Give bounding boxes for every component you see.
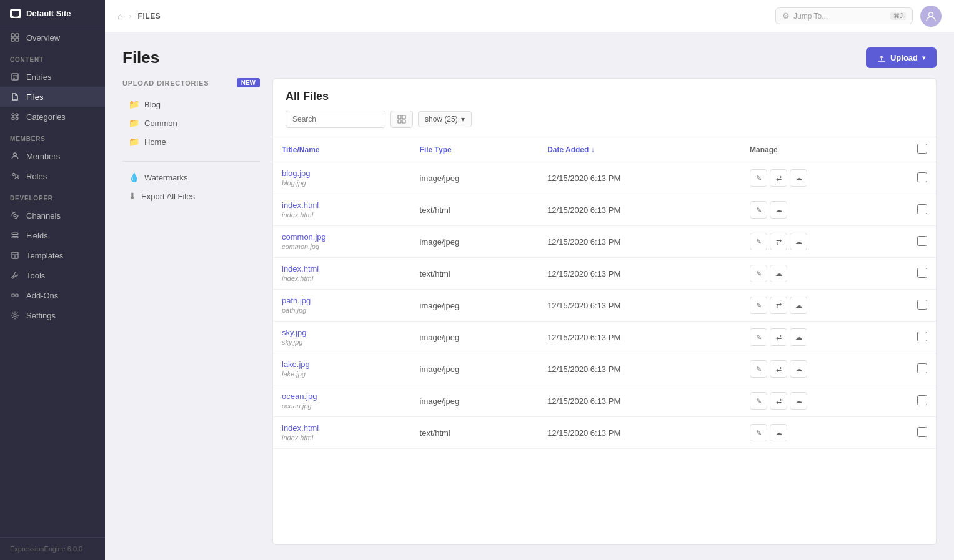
- show-label: show (25): [425, 115, 458, 124]
- show-count-select[interactable]: show (25) ▾: [418, 111, 472, 127]
- files-label: Files: [26, 92, 43, 102]
- watermarks-label: Watermarks: [144, 173, 188, 182]
- file-date: 12/15/2020 6:13 PM: [539, 322, 741, 353]
- file-name-link[interactable]: common.jpg: [282, 232, 402, 242]
- sidebar-item-tools[interactable]: Tools: [0, 265, 105, 285]
- download-button[interactable]: ☁: [790, 297, 807, 314]
- files-layout: UPLOAD DIRECTORIES NEW 📁 Blog 📁 Common 📁: [122, 78, 937, 545]
- sidebar-item-overview[interactable]: Overview: [0, 27, 105, 47]
- svg-rect-5: [11, 38, 14, 41]
- edit-button[interactable]: ✎: [750, 233, 767, 250]
- row-select-checkbox[interactable]: [917, 363, 927, 373]
- download-button[interactable]: ☁: [790, 360, 807, 378]
- transform-button[interactable]: ⇄: [770, 233, 787, 250]
- edit-button[interactable]: ✎: [750, 392, 767, 410]
- version-label: ExpressionEngine 6.0.0: [10, 545, 82, 553]
- row-select-checkbox[interactable]: [917, 332, 927, 341]
- edit-button[interactable]: ✎: [750, 424, 767, 441]
- file-name-sub: index.html: [282, 275, 313, 282]
- watermarks-icon: 💧: [129, 172, 139, 182]
- transform-button[interactable]: ⇄: [770, 169, 787, 187]
- dir-item-common[interactable]: 📁 Common: [122, 114, 260, 132]
- entries-icon: [10, 72, 20, 82]
- search-input[interactable]: [286, 111, 385, 128]
- transform-button[interactable]: ⇄: [770, 392, 787, 410]
- sidebar-item-addons[interactable]: Add-Ons: [0, 285, 105, 305]
- row-select-checkbox[interactable]: [917, 268, 927, 278]
- file-name-sub: common.jpg: [282, 243, 319, 250]
- download-button[interactable]: ☁: [790, 328, 807, 346]
- file-name-link[interactable]: index.html: [282, 200, 402, 210]
- page-header: Files Upload ▾: [122, 47, 937, 68]
- transform-button[interactable]: ⇄: [770, 328, 787, 346]
- sidebar-item-channels[interactable]: Channels: [0, 205, 105, 225]
- file-name-sub: index.html: [282, 211, 313, 219]
- row-select-checkbox[interactable]: [917, 204, 927, 214]
- dir-item-home[interactable]: 📁 Home: [122, 132, 260, 151]
- edit-button[interactable]: ✎: [750, 265, 767, 282]
- home-icon[interactable]: ⌂: [117, 11, 122, 21]
- directory-list: 📁 Blog 📁 Common 📁 Home: [122, 95, 260, 151]
- edit-button[interactable]: ✎: [750, 169, 767, 187]
- sidebar: Default Site Overview CONTENT Entries Fi…: [0, 0, 105, 560]
- sidebar-item-entries[interactable]: Entries: [0, 67, 105, 87]
- row-select-checkbox[interactable]: [917, 395, 927, 405]
- select-all-checkbox[interactable]: [917, 144, 927, 154]
- jump-to-input[interactable]: ⚙ Jump To... ⌘J: [775, 7, 913, 24]
- export-item[interactable]: ⬇ Export All Files: [122, 187, 260, 205]
- download-button[interactable]: ☁: [770, 424, 787, 441]
- edit-button[interactable]: ✎: [750, 297, 767, 314]
- overview-icon: [10, 32, 20, 42]
- row-select-checkbox[interactable]: [917, 172, 927, 182]
- dir-item-blog[interactable]: 📁 Blog: [122, 95, 260, 114]
- file-name-link[interactable]: lake.jpg: [282, 360, 402, 369]
- file-name-link[interactable]: ocean.jpg: [282, 391, 402, 401]
- download-button[interactable]: ☁: [770, 201, 787, 219]
- dir-name: Blog: [144, 100, 161, 109]
- table-row: common.jpg common.jpg image/jpeg12/15/20…: [273, 226, 936, 258]
- upload-button[interactable]: Upload ▾: [866, 47, 937, 68]
- main-area: ⌂ › FILES ⚙ Jump To... ⌘J Files Upload ▾: [105, 0, 954, 560]
- file-date: 12/15/2020 6:13 PM: [539, 290, 741, 322]
- file-name-link[interactable]: index.html: [282, 423, 402, 433]
- watermarks-item[interactable]: 💧 Watermarks: [122, 168, 260, 187]
- download-button[interactable]: ☁: [770, 265, 787, 282]
- download-button[interactable]: ☁: [790, 233, 807, 250]
- transform-button[interactable]: ⇄: [770, 360, 787, 378]
- sidebar-item-roles[interactable]: Roles: [0, 166, 105, 186]
- sidebar-item-templates[interactable]: Templates: [0, 245, 105, 265]
- files-icon: [10, 92, 20, 102]
- col-date-added[interactable]: Date Added ↓: [539, 137, 741, 162]
- sidebar-item-files[interactable]: Files: [0, 87, 105, 107]
- download-button[interactable]: ☁: [790, 392, 807, 410]
- sidebar-item-members[interactable]: Members: [0, 146, 105, 166]
- sidebar-item-categories[interactable]: Categories: [0, 107, 105, 127]
- file-type: image/jpeg: [411, 322, 539, 353]
- sidebar-item-fields[interactable]: Fields: [0, 225, 105, 245]
- row-select-checkbox[interactable]: [917, 427, 927, 437]
- transform-button[interactable]: ⇄: [770, 297, 787, 314]
- file-name-link[interactable]: sky.jpg: [282, 328, 402, 337]
- files-panel-header: All Files show (25) ▾: [273, 79, 936, 137]
- edit-button[interactable]: ✎: [750, 328, 767, 346]
- row-select-checkbox[interactable]: [917, 300, 927, 310]
- row-select-checkbox[interactable]: [917, 236, 927, 246]
- svg-point-30: [929, 12, 933, 17]
- sidebar-brand[interactable]: Default Site: [0, 0, 105, 27]
- edit-button[interactable]: ✎: [750, 201, 767, 219]
- col-file-type[interactable]: File Type: [411, 137, 539, 162]
- sidebar-item-settings[interactable]: Settings: [0, 305, 105, 325]
- content-area: Files Upload ▾ UPLOAD DIRECTORIES NEW 📁 …: [105, 32, 954, 560]
- file-name-link[interactable]: index.html: [282, 264, 402, 273]
- file-name-link[interactable]: path.jpg: [282, 296, 402, 305]
- file-name-link[interactable]: blog.jpg: [282, 169, 402, 178]
- edit-button[interactable]: ✎: [750, 360, 767, 378]
- col-manage: Manage: [741, 137, 908, 162]
- grid-view-button[interactable]: [390, 111, 413, 128]
- row-checkbox-cell: [908, 322, 936, 353]
- show-chevron-icon: ▾: [461, 115, 465, 124]
- user-avatar[interactable]: [920, 6, 942, 27]
- col-title[interactable]: Title/Name: [273, 137, 411, 162]
- download-button[interactable]: ☁: [790, 169, 807, 187]
- files-toolbar: show (25) ▾: [286, 111, 923, 128]
